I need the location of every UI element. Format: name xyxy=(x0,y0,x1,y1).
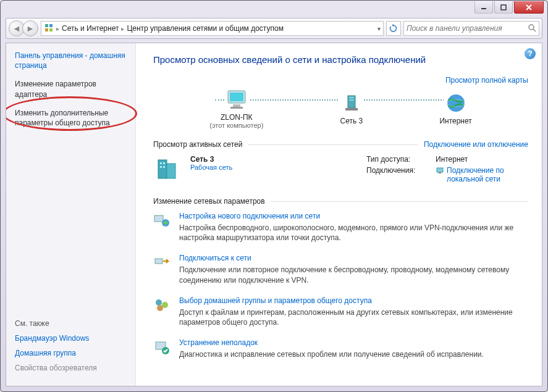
sidebar-adapter-link[interactable]: Изменение параметров адаптера xyxy=(15,79,127,99)
refresh-button[interactable] xyxy=(386,21,401,36)
close-button[interactable] xyxy=(514,1,544,14)
breadcrumb-item[interactable]: Сеть и Интернет xyxy=(62,24,119,33)
search-input[interactable] xyxy=(407,24,525,33)
active-networks-header: Просмотр активных сетей Подключение или … xyxy=(153,140,528,149)
lan-icon xyxy=(436,166,444,175)
access-type-label: Тип доступа: xyxy=(366,155,428,164)
new-connection-icon xyxy=(153,212,171,229)
svg-rect-3 xyxy=(49,24,53,27)
network-params-header: Изменение сетевых параметров xyxy=(153,197,528,206)
connection-link[interactable]: Подключение по локальной сети xyxy=(436,166,528,183)
svg-rect-23 xyxy=(163,166,165,168)
connect-disconnect-link[interactable]: Подключение или отключение xyxy=(424,140,528,149)
sidebar: Панель управления - домашняя страница Из… xyxy=(6,43,136,386)
task-new-connection: Настройка нового подключения или сети На… xyxy=(153,212,528,243)
sidebar-firewall-link[interactable]: Брандмауэр Windows xyxy=(15,334,127,343)
task-desc: Подключение или повторное подключение к … xyxy=(179,265,528,285)
task-connect-network: Подключиться к сети Подключение или повт… xyxy=(153,254,528,285)
svg-rect-22 xyxy=(160,166,162,168)
task-homegroup: Выбор домашней группы и параметров общег… xyxy=(153,296,528,327)
sidebar-sharing-link[interactable]: Изменить дополнительные параметры общего… xyxy=(15,108,127,128)
network-icon xyxy=(339,92,364,114)
computer-icon xyxy=(224,88,249,111)
chevron-right-icon: ▸ xyxy=(121,25,124,32)
task-desc: Доступ к файлам и принтерам, расположенн… xyxy=(179,307,528,327)
page-title: Просмотр основных сведений о сети и наст… xyxy=(153,54,528,65)
globe-icon xyxy=(444,92,468,114)
see-also-label: См. также xyxy=(15,319,127,328)
svg-line-7 xyxy=(533,29,536,31)
svg-point-29 xyxy=(156,299,162,306)
window: ◄ ► ▸ Сеть и Интернет ▸ Центр управления… xyxy=(0,0,548,392)
svg-rect-24 xyxy=(437,168,443,172)
svg-rect-20 xyxy=(160,162,162,164)
connect-icon xyxy=(153,254,171,271)
svg-rect-5 xyxy=(49,28,53,31)
sidebar-home-link[interactable]: Панель управления - домашняя страница xyxy=(15,51,127,70)
svg-rect-18 xyxy=(158,160,167,178)
minimize-button[interactable] xyxy=(474,1,493,14)
map-inet-name: Интернет xyxy=(439,117,471,125)
svg-rect-21 xyxy=(163,162,165,164)
svg-rect-25 xyxy=(439,172,441,173)
svg-rect-11 xyxy=(230,107,243,109)
homegroup-icon xyxy=(153,296,171,314)
svg-rect-13 xyxy=(349,97,354,98)
svg-point-6 xyxy=(529,25,534,30)
svg-rect-26 xyxy=(154,215,163,222)
titlebar xyxy=(1,1,547,18)
svg-rect-28 xyxy=(155,259,162,264)
network-building-icon xyxy=(153,155,180,182)
svg-rect-10 xyxy=(233,104,240,107)
svg-rect-15 xyxy=(345,108,358,111)
network-map: ZLON-ПК (этот компьютер) Сеть 3 Интернет xyxy=(172,88,510,129)
map-net-name: Сеть 3 xyxy=(339,117,364,125)
svg-point-16 xyxy=(447,94,465,112)
access-type-value: Интернет xyxy=(436,155,468,164)
search-box[interactable] xyxy=(403,21,539,36)
network-name: Сеть 3 xyxy=(190,155,232,164)
body: Панель управления - домашняя страница Из… xyxy=(6,43,542,386)
map-pc-sub: (этот компьютер) xyxy=(209,122,263,129)
map-this-pc: ZLON-ПК (этот компьютер) xyxy=(203,88,269,129)
svg-rect-19 xyxy=(167,164,175,178)
map-network: Сеть 3 xyxy=(333,92,370,125)
content: ? Просмотр основных сведений о сети и на… xyxy=(136,43,542,386)
control-panel-icon xyxy=(44,23,54,35)
forward-button[interactable]: ► xyxy=(22,20,38,36)
svg-rect-1 xyxy=(501,5,506,10)
map-pc-name: ZLON-ПК xyxy=(209,113,263,122)
maximize-button[interactable] xyxy=(494,1,513,14)
sidebar-homegroup-link[interactable]: Домашняя группа xyxy=(15,349,127,357)
troubleshoot-icon xyxy=(153,338,171,356)
task-title[interactable]: Выбор домашней группы и параметров общег… xyxy=(179,296,528,305)
chevron-right-icon: ▸ xyxy=(56,25,59,32)
dropdown-icon[interactable]: ▾ xyxy=(377,25,381,32)
task-title[interactable]: Устранение неполадок xyxy=(179,338,484,347)
svg-rect-2 xyxy=(45,24,48,27)
connections-label: Подключения: xyxy=(366,166,428,183)
full-map-link[interactable]: Просмотр полной карты xyxy=(445,76,528,85)
map-internet: Интернет xyxy=(433,92,478,125)
task-title[interactable]: Настройка нового подключения или сети xyxy=(179,212,528,220)
svg-rect-9 xyxy=(230,93,243,101)
task-title[interactable]: Подключиться к сети xyxy=(179,254,528,262)
task-troubleshoot: Устранение неполадок Диагностика и испра… xyxy=(153,338,528,359)
group-label: Просмотр активных сетей xyxy=(153,140,242,149)
task-desc: Настройка беспроводного, широкополосного… xyxy=(179,223,528,243)
search-icon xyxy=(528,23,536,34)
task-desc: Диагностика и исправление сетевых пробле… xyxy=(179,349,484,359)
sidebar-browser-link[interactable]: Свойства обозревателя xyxy=(15,364,127,372)
breadcrumb-item[interactable]: Центр управления сетями и общим доступом xyxy=(127,24,284,33)
svg-rect-14 xyxy=(349,99,354,101)
help-icon[interactable]: ? xyxy=(525,48,536,59)
svg-point-31 xyxy=(157,305,163,311)
network-type-link[interactable]: Рабочая сеть xyxy=(190,164,232,171)
nav-toolbar: ◄ ► ▸ Сеть и Интернет ▸ Центр управления… xyxy=(6,18,542,39)
active-network-block: Сеть 3 Рабочая сеть Тип доступа: Интерне… xyxy=(153,155,528,186)
svg-rect-4 xyxy=(45,28,48,31)
breadcrumb[interactable]: ▸ Сеть и Интернет ▸ Центр управления сет… xyxy=(41,21,384,36)
